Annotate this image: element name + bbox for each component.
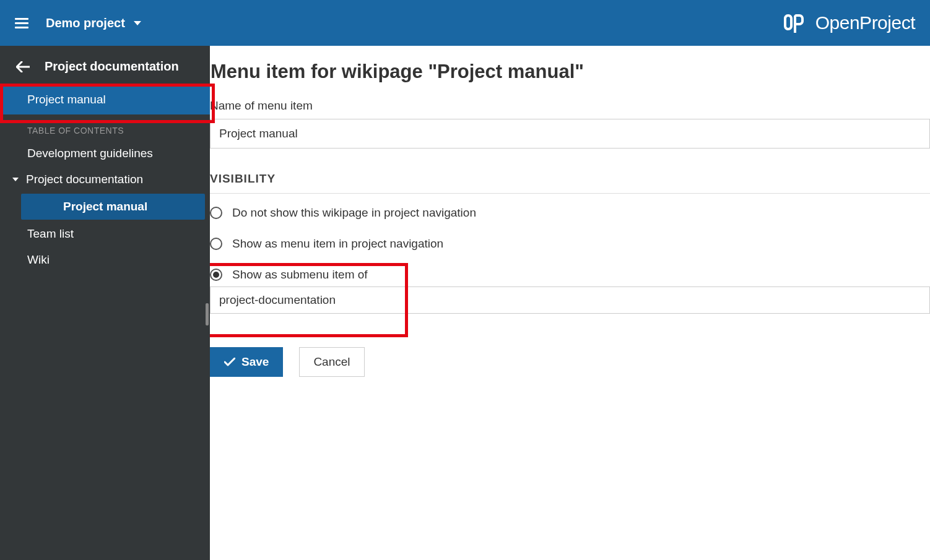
submenu-parent-select[interactable]: project-documentation [210,286,930,314]
save-button[interactable]: Save [210,347,283,377]
openproject-logo-icon [783,12,808,34]
button-row: Save Cancel [210,347,930,377]
arrow-left-icon [16,61,30,72]
name-input[interactable] [210,119,930,149]
project-name: Demo project [46,16,125,30]
name-label: Name of menu item [210,99,930,113]
submenu-block: Show as submenu item of project-document… [210,268,930,316]
caret-down-icon [134,21,141,25]
chevron-down-icon [12,178,19,181]
radio-icon[interactable] [210,207,222,219]
radio-label: Do not show this wikipage in project nav… [232,206,476,220]
radio-option-hide[interactable]: Do not show this wikipage in project nav… [210,206,930,220]
radio-option-menu-item[interactable]: Show as menu item in project navigation [210,237,930,251]
toc-item-development-guidelines[interactable]: Development guidelines [0,140,210,166]
radio-icon[interactable] [210,238,222,250]
layout: Project documentation Project manual TAB… [0,46,930,560]
sidebar: Project documentation Project manual TAB… [0,46,210,560]
sidebar-back-title: Project documentation [45,59,179,74]
radio-icon[interactable] [210,269,222,281]
radio-option-submenu[interactable]: Show as submenu item of [210,268,930,282]
hamburger-menu-icon[interactable] [15,18,28,28]
visibility-section: VISIBILITY Do not show this wikipage in … [210,172,930,377]
sidebar-highlight-wrap: Project manual [0,85,210,114]
product-name: OpenProject [815,12,915,33]
toc-item-team-list[interactable]: Team list [0,221,210,247]
check-icon [224,358,235,366]
header-left: Demo project [15,16,141,30]
project-selector[interactable]: Demo project [46,16,141,30]
main-content: Menu item for wikipage "Project manual" … [210,46,930,560]
cancel-button[interactable]: Cancel [299,347,364,377]
page-title: Menu item for wikipage "Project manual" [211,61,930,99]
toc-item-label: Project documentation [26,173,143,186]
visibility-header: VISIBILITY [210,172,930,194]
toc-item-project-documentation[interactable]: Project documentation [0,166,210,192]
product-logo[interactable]: OpenProject [783,12,915,34]
radio-label: Show as submenu item of [232,268,368,282]
sidebar-resize-handle[interactable] [206,303,209,325]
sidebar-item-project-manual[interactable]: Project manual [0,85,210,114]
toc-label: TABLE OF CONTENTS [0,114,210,140]
sidebar-back[interactable]: Project documentation [0,46,210,85]
save-label: Save [241,355,269,369]
toc-item-wiki[interactable]: Wiki [0,247,210,273]
top-header: Demo project OpenProject [0,0,930,46]
radio-label: Show as menu item in project navigation [232,237,443,251]
toc-subitem-project-manual[interactable]: Project manual [21,194,205,220]
cancel-label: Cancel [313,355,350,369]
